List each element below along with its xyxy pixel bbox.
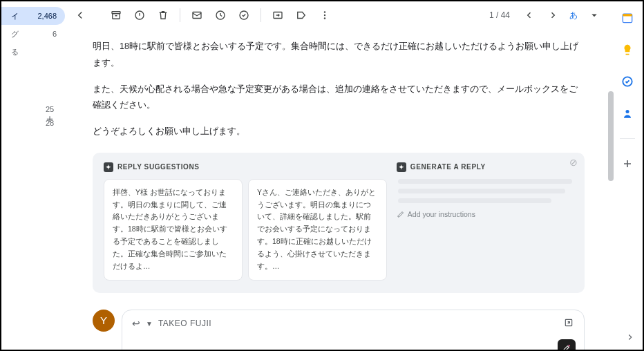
sidebar-item[interactable]: グ 6 — [1, 25, 65, 43]
sidebar-group-count: 28 — [1, 116, 65, 130]
svg-point-8 — [324, 17, 325, 19]
next-icon[interactable] — [543, 6, 562, 25]
compose-editor[interactable] — [122, 334, 584, 350]
sidebar-item-inbox[interactable]: イ 2,468 — [1, 7, 65, 25]
move-to-icon[interactable] — [268, 6, 287, 25]
sparkle-icon: ✦ — [104, 162, 113, 172]
input-method-button[interactable]: あ — [569, 10, 578, 21]
message-body: 明日、18時に駅前で皆様とお会いする予定です。集合時間には、できるだけ正確にお越… — [93, 39, 585, 140]
labels-icon[interactable] — [292, 6, 311, 25]
sidebar-group-count: 25 — [1, 102, 65, 116]
svg-point-22 — [626, 110, 629, 113]
message-toolbar: 1 / 44 あ — [65, 1, 612, 29]
suggestions-panel: ⊘ ✦ REPLY SUGGESTIONS 拝啓、Y様 お世話になっております。… — [93, 153, 585, 293]
generate-skeleton — [397, 179, 574, 203]
collapse-panel-icon[interactable] — [622, 329, 638, 345]
prev-icon[interactable] — [520, 6, 539, 25]
message-paragraph: 明日、18時に駅前で皆様とお会いする予定です。集合時間には、できるだけ正確にお越… — [93, 39, 585, 72]
side-panel — [612, 1, 643, 350]
scrollbar[interactable] — [608, 91, 614, 181]
sidebar-label: る — [11, 47, 19, 57]
message-paragraph: どうぞよろしくお願い申し上げます。 — [93, 124, 585, 140]
pager-text: 1 / 44 — [489, 10, 510, 20]
reply-suggestions-header: ✦ REPLY SUGGESTIONS — [104, 162, 387, 172]
reply-dropdown-icon[interactable]: ▼ — [146, 320, 153, 328]
svg-rect-0 — [112, 12, 120, 14]
svg-point-7 — [324, 15, 325, 16]
svg-rect-20 — [623, 14, 632, 16]
message-scroll-area[interactable]: 明日、18時に駅前で皆様とお会いする予定です。集合時間には、できるだけ正確にお越… — [65, 29, 612, 350]
sidebar-add-label-icon[interactable]: ＋ — [44, 112, 55, 126]
keep-icon[interactable] — [618, 40, 637, 59]
contacts-icon[interactable] — [618, 104, 637, 123]
more-icon[interactable] — [315, 6, 334, 25]
ai-write-button[interactable] — [558, 339, 576, 350]
sidebar-count: 2,468 — [37, 12, 57, 20]
reply-suggestion-card[interactable]: Yさん、ご連絡いただき、ありがとうございます。明日の集まりについて、詳細を確認し… — [248, 179, 387, 281]
reply-arrow-icon[interactable]: ↩ — [132, 318, 140, 329]
sidebar-item[interactable]: る — [1, 43, 65, 61]
compose-card: ↩ ▼ TAKEO FUJII ••• 送信 — [122, 310, 585, 350]
sidebar-label: イ — [11, 11, 19, 21]
message-paragraph: また、天候が心配される場合や急な予定変更がある場合は、追加の連絡をさせていただき… — [93, 82, 585, 115]
add-instructions-button[interactable]: Add your instructions — [397, 210, 574, 218]
archive-icon[interactable] — [106, 6, 126, 25]
sidebar-count: 6 — [53, 30, 57, 38]
avatar: Y — [93, 310, 115, 332]
input-dropdown-icon[interactable] — [585, 6, 604, 25]
add-task-icon[interactable] — [234, 6, 254, 25]
sparkle-icon: ✦ — [397, 162, 406, 172]
back-icon[interactable] — [70, 6, 90, 25]
close-icon[interactable]: ⊘ — [569, 157, 578, 168]
tasks-icon[interactable] — [618, 72, 637, 91]
snooze-icon[interactable] — [211, 6, 230, 25]
svg-point-6 — [324, 11, 325, 12]
recipient-chip[interactable]: TAKEO FUJII — [158, 319, 211, 328]
calendar-icon[interactable] — [618, 8, 637, 28]
reply-suggestion-card[interactable]: 拝啓、Y様 お世話になっております。明日の集まりに関して、ご連絡いただきありがと… — [104, 179, 243, 281]
add-on-plus-icon[interactable] — [618, 154, 637, 173]
sidebar-label: グ — [11, 29, 19, 39]
delete-icon[interactable] — [153, 6, 173, 25]
spam-icon[interactable] — [130, 6, 149, 25]
popout-icon[interactable] — [563, 317, 574, 330]
mark-unread-icon[interactable] — [187, 6, 207, 25]
generate-reply-header: ✦ GENERATE A REPLY — [397, 162, 574, 172]
